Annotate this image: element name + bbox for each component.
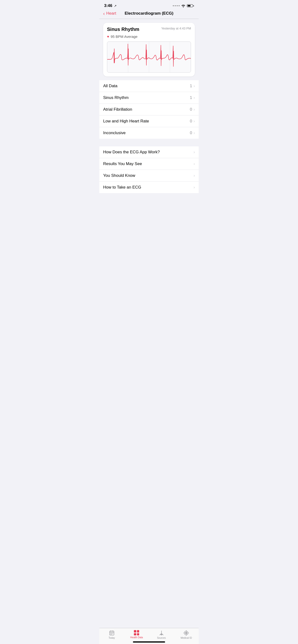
info-item-results-label: Results You May See [103,162,142,166]
list-item-inconclusive[interactable]: Inconclusive 0 › [99,127,199,139]
list-item-sinus-rhythm-right: 1 › [190,95,195,100]
status-time: 3:46 ↗ [104,3,117,8]
heart-icon: ♥ [107,34,109,38]
list-item-all-data[interactable]: All Data 1 › [99,80,199,92]
ecg-timestamp: Yesterday at 4:43 PM [161,26,191,30]
chevron-icon: › [194,107,195,112]
bottom-padding [99,193,199,217]
ecg-card: Sinus Rhythm Yesterday at 4:43 PM ♥ 95 B… [103,23,195,76]
list-item-afib-label: Atrial Fibrillation [103,107,132,112]
list-item-inconclusive-label: Inconclusive [103,130,126,135]
list-item-sinus-rhythm-count: 1 [190,95,192,100]
info-item-should-know-label: You Should Know [103,173,135,178]
chevron-icon: › [194,84,195,88]
info-item-how-take-label: How to Take an ECG [103,185,141,190]
signal-icon [173,5,180,6]
list-item-all-data-right: 1 › [190,84,195,88]
list-item-sinus-rhythm[interactable]: Sinus Rhythm 1 › [99,92,199,104]
section-gap [99,139,199,142]
list-item-heart-rate[interactable]: Low and High Heart Rate 0 › [99,116,199,127]
chevron-icon: › [194,96,195,100]
ecg-bpm-row: ♥ 95 BPM Average [107,34,191,38]
list-item-all-data-count: 1 [190,84,192,88]
status-icons [173,4,194,8]
list-item-inconclusive-right: 0 › [190,130,195,135]
status-bar: 3:46 ↗ [99,0,199,10]
chevron-icon: › [194,119,195,124]
info-item-results[interactable]: Results You May See › [99,158,199,170]
list-item-afib-right: 0 › [190,107,195,112]
chevron-icon: › [194,162,195,166]
ecg-rhythm-title: Sinus Rhythm [107,26,139,32]
list-item-all-data-label: All Data [103,84,117,88]
list-item-afib-count: 0 [190,107,192,112]
info-item-how-works[interactable]: How Does the ECG App Work? › [99,146,199,158]
back-chevron-icon: ‹ [103,11,105,16]
list-item-heart-rate-count: 0 [190,119,192,124]
info-item-should-know[interactable]: You Should Know › [99,170,199,182]
info-list-section: How Does the ECG App Work? › Results You… [99,146,199,193]
list-item-afib[interactable]: Atrial Fibrillation 0 › [99,104,199,116]
info-item-how-works-label: How Does the ECG App Work? [103,150,160,154]
chevron-icon: › [194,185,195,190]
page-title: Electrocardiogram (ECG) [124,11,173,16]
list-item-heart-rate-label: Low and High Heart Rate [103,119,149,124]
back-button[interactable]: ‹ Heart [103,11,116,16]
chevron-icon: › [194,150,195,154]
ecg-card-header: Sinus Rhythm Yesterday at 4:43 PM [107,26,191,32]
chevron-icon: › [194,131,195,135]
battery-icon [187,4,194,7]
list-item-sinus-rhythm-label: Sinus Rhythm [103,95,129,100]
ecg-bpm-text: 95 BPM Average [111,34,137,38]
data-list-section: All Data 1 › Sinus Rhythm 1 › Atrial Fib… [99,80,199,139]
chevron-icon: › [194,174,195,178]
ecg-card-wrapper: Sinus Rhythm Yesterday at 4:43 PM ♥ 95 B… [99,19,199,80]
list-item-inconclusive-count: 0 [190,130,192,135]
info-item-how-take[interactable]: How to Take an ECG › [99,182,199,193]
back-label: Heart [106,11,116,16]
nav-header: ‹ Heart Electrocardiogram (ECG) [99,10,199,19]
wifi-icon [181,4,186,8]
ecg-chart [107,42,191,72]
location-icon: ↗ [114,4,117,8]
list-item-heart-rate-right: 0 › [190,119,195,124]
